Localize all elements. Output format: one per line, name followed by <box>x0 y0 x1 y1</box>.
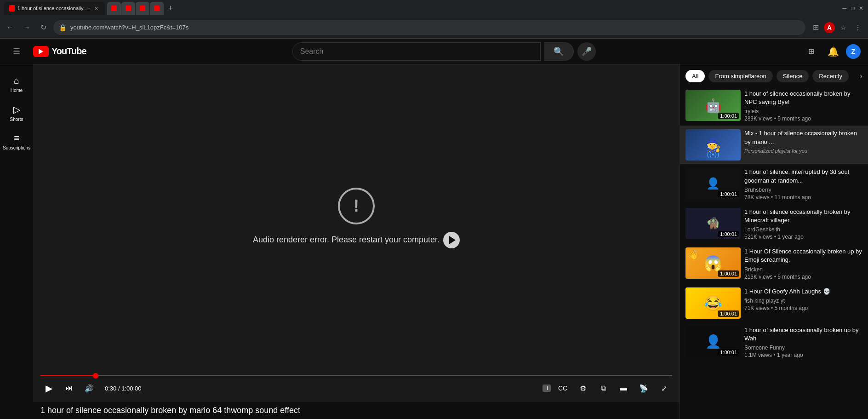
fullscreen-button[interactable]: ⤢ <box>656 380 672 396</box>
search-input[interactable] <box>293 47 540 56</box>
lock-icon: 🔒 <box>59 24 67 31</box>
main-content: ⌂ Home ▷ Shorts ≡ Subscriptions ! Audio … <box>0 64 868 419</box>
bookmark-button[interactable]: ☆ <box>837 21 850 34</box>
youtube-play-triangle <box>39 49 43 54</box>
back-button[interactable]: ← <box>4 21 17 34</box>
filter-arrow-button[interactable]: › <box>860 71 862 81</box>
left-sidebar: ⌂ Home ▷ Shorts ≡ Subscriptions <box>0 64 33 419</box>
sidebar-item-shorts[interactable]: ▷ Shorts <box>3 100 30 126</box>
progress-bar[interactable] <box>40 375 672 376</box>
tab-title: 1 hour of silence occasionally broken... <box>17 6 91 11</box>
subscriptions-icon: ≡ <box>14 133 19 143</box>
playlist-item-active[interactable]: 🧙 ((•)) Mix - 1 hour of silence occasion… <box>680 126 868 164</box>
notifications-button[interactable]: 🔔 <box>824 42 842 61</box>
play-triangle-icon <box>449 236 456 244</box>
video-player[interactable]: ! Audio renderer error. Please restart y… <box>33 64 680 371</box>
video-title: 1 hour of silence occasionally broken by… <box>40 406 672 415</box>
tab-item[interactable] <box>136 2 149 15</box>
minimize-button[interactable]: ─ <box>841 5 848 11</box>
thumbnail-emoji: 🧙 <box>705 138 721 153</box>
thumbnail-container: 🧌 1:00:01 <box>685 208 741 239</box>
play-button-overlay[interactable] <box>443 232 460 248</box>
header-right-actions: ⊞ 🔔 Z <box>802 42 861 61</box>
item-info: 1 Hour Of Silence occasionally broken up… <box>744 247 862 280</box>
video-duration: 1:00:01 <box>718 270 739 277</box>
playlist-item[interactable]: 🤖 1:00:01 1 hour of silence occasionally… <box>680 86 868 126</box>
item-info: Mix - 1 hour of silence occasionally bro… <box>744 129 862 153</box>
subtitles-button[interactable]: CC <box>554 380 571 396</box>
youtube-logo-icon <box>33 46 49 57</box>
sidebar-item-home[interactable]: ⌂ Home <box>3 72 30 97</box>
item-badge: Personalized playlist for you <box>744 148 862 154</box>
menu-hamburger-button[interactable]: ☰ <box>7 42 26 61</box>
filter-bar: All From simpleflareon Silence Recently … <box>680 64 868 86</box>
next-button[interactable]: ⏭ <box>61 380 77 396</box>
youtube-header: ☰ YouTube 🔍 🎤 ⊞ 🔔 Z <box>0 39 868 64</box>
tab-favicon-small <box>126 6 131 11</box>
thumbnail-placeholder: 👤 <box>705 334 721 349</box>
video-duration: 1:00:01 <box>718 113 739 119</box>
address-bar[interactable]: 🔒 youtube.com/watch?v=H_slL1opzFc&t=107s <box>53 20 805 35</box>
profile-button[interactable]: A <box>824 22 835 33</box>
volume-button[interactable]: 🔊 <box>81 380 97 396</box>
item-meta: 213K views • 5 months ago <box>744 274 862 280</box>
tab-close-button[interactable]: ✕ <box>93 5 99 12</box>
item-info: 1 hour of silence occasionally broken by… <box>744 90 862 122</box>
video-duration: 1:00:01 <box>718 349 739 356</box>
filter-chip-all[interactable]: All <box>685 70 705 82</box>
search-bar[interactable] <box>292 42 541 61</box>
tab-item[interactable] <box>107 2 121 15</box>
thumbnail-container: 👤 1:00:01 <box>685 168 741 199</box>
active-tab[interactable]: 1 hour of silence occasionally broken...… <box>4 2 105 15</box>
settings-button[interactable]: ⚙ <box>575 380 591 396</box>
playlist-sidebar: All From simpleflareon Silence Recently … <box>680 64 868 419</box>
extensions-button[interactable]: ⊞ <box>809 21 822 34</box>
forward-button[interactable]: → <box>20 21 33 34</box>
filter-chip-from[interactable]: From simpleflareon <box>708 70 772 82</box>
playlist-item[interactable]: 🧌 1:00:01 1 hour of silence occasionally… <box>680 204 868 244</box>
shorts-icon: ▷ <box>13 104 20 115</box>
cast-button[interactable]: 📡 <box>635 380 652 396</box>
error-icon: ! <box>338 188 375 224</box>
tab-favicon-small <box>140 6 145 11</box>
search-button[interactable]: 🔍 <box>544 42 574 61</box>
voice-search-button[interactable]: 🎤 <box>577 42 596 61</box>
menu-button[interactable]: ⋮ <box>851 21 864 34</box>
item-channel: LordGeshkelth <box>744 226 862 233</box>
thumbnail-placeholder: 👤 <box>706 177 720 190</box>
item-title: 1 Hour Of Silence occasionally broken up… <box>744 247 862 264</box>
quality-badge: II <box>542 385 551 392</box>
video-area: ! Audio renderer error. Please restart y… <box>33 64 680 419</box>
youtube-logo[interactable]: YouTube <box>33 46 86 57</box>
progress-fill <box>40 375 93 376</box>
create-video-button[interactable]: ⊞ <box>802 42 820 61</box>
browser-tabs: 1 hour of silence occasionally broken...… <box>0 0 868 17</box>
reload-button[interactable]: ↻ <box>37 21 50 34</box>
user-avatar[interactable]: Z <box>846 44 861 59</box>
video-duration: 1:00:01 <box>718 231 739 237</box>
filter-chip-recently[interactable]: Recently <box>812 70 849 82</box>
search-container: 🔍 🎤 <box>94 42 794 61</box>
video-duration: 1:00:01 <box>718 310 739 317</box>
theater-button[interactable]: ▬ <box>615 380 632 396</box>
item-meta: 289K views • 5 months ago <box>744 115 862 122</box>
filter-chip-silence[interactable]: Silence <box>777 70 809 82</box>
playlist-item[interactable]: 😱 👋 1:00:01 1 Hour Of Silence occasional… <box>680 244 868 283</box>
thumbnail-emoji: 😱 <box>704 254 722 272</box>
close-window-button[interactable]: ✕ <box>858 5 864 11</box>
item-title: Mix - 1 hour of silence occasionally bro… <box>744 129 862 146</box>
item-info: 1 hour of silence, interrupted by 3d sou… <box>744 168 862 200</box>
thumbnail-emoji: 🤖 <box>705 98 721 113</box>
sidebar-item-subscriptions[interactable]: ≡ Subscriptions <box>3 129 30 154</box>
playlist-item[interactable]: 👤 1:00:01 1 hour of silence, interrupted… <box>680 164 868 204</box>
maximize-button[interactable]: □ <box>850 5 856 11</box>
new-tab-button[interactable]: + <box>164 2 177 15</box>
controls-row: ▶ ⏭ 🔊 0:30 / 1:00:00 II CC ⚙ ⧉ ▬ 📡 ⤢ <box>40 380 672 396</box>
playlist-item[interactable]: 😂 1:00:01 1 Hour Of Goofy Ahh Laughs 💀 f… <box>680 284 868 322</box>
miniplayer-button[interactable]: ⧉ <box>595 380 611 396</box>
tab-item[interactable] <box>150 2 164 15</box>
play-pause-button[interactable]: ▶ <box>40 380 57 396</box>
tab-item[interactable] <box>121 2 135 15</box>
error-message-text: Audio renderer error. Please restart you… <box>253 232 460 248</box>
playlist-item[interactable]: 👤 1:00:01 1 hour of silence occasionally… <box>680 322 868 362</box>
